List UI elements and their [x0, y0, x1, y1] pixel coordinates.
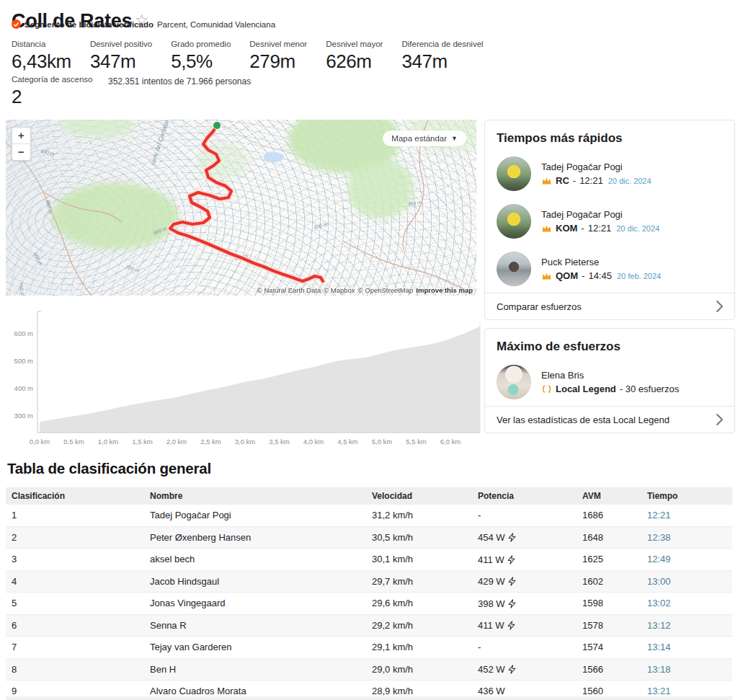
cell-athlete-name: Senna R — [144, 620, 366, 631]
elevation-profile-chart: 300 m400 m500 m600 m 0,0 km0,5 km1,0 km1… — [6, 309, 481, 450]
cell-power: 454 W — [472, 531, 577, 543]
stats-row: Distancia6,43km Desnivel positivo347m Gr… — [12, 40, 484, 73]
effort-date-link[interactable]: 20 dic. 2024 — [616, 224, 659, 233]
map-attribution: © Natural Earth Data © Mapbox © OpenStre… — [257, 286, 473, 294]
effort-time-link[interactable]: 12:49 — [647, 554, 671, 564]
effort-time-link[interactable]: 13:00 — [647, 576, 671, 587]
local-legend-entry[interactable]: Elena Bris Local Legend - 30 esfuerzos — [485, 358, 734, 406]
y-tick-labels: 300 m400 m500 m600 m — [14, 329, 33, 420]
effort-date-link[interactable]: 20 dic. 2024 — [608, 177, 652, 185]
effort-time-link[interactable]: 13:12 — [647, 620, 671, 631]
power-meter-bolt-icon — [508, 577, 516, 586]
cell-athlete-name: Peter Øxenberg Hansen — [144, 532, 366, 543]
cell-athlete-name: Jacob Hindsgaul — [144, 576, 366, 587]
avatar[interactable] — [497, 365, 531, 399]
table-row: 3aksel bech30,1 km/h411 W162512:49 — [6, 549, 732, 571]
avatar[interactable] — [497, 252, 531, 286]
avatar[interactable] — [497, 156, 531, 191]
cell-power: - — [472, 642, 577, 652]
cell-power: 411 W — [472, 554, 577, 565]
cell-time: 13:02 — [641, 598, 732, 608]
map-style-dropdown[interactable]: Mapa estándar ▼ — [383, 130, 466, 146]
zoom-in-button[interactable]: + — [12, 128, 30, 143]
effort-time-link[interactable]: 13:14 — [647, 642, 671, 652]
table-row: 4Jacob Hindsgaul29,7 km/h429 W160213:00 — [6, 571, 732, 593]
effort-date-link[interactable]: 20 feb. 2024 — [617, 272, 661, 280]
stat-climb-category: Categoría de ascenso 2 — [12, 75, 93, 108]
athlete-name: Tadej Pogačar Pogi — [541, 161, 652, 172]
chevron-right-icon — [716, 414, 723, 425]
route-start-dot — [213, 122, 221, 130]
attribution-osm-link[interactable]: © OpenStreetMap — [358, 286, 414, 294]
map-water — [264, 152, 284, 162]
local-legend-panel: Máximo de esfuerzos Elena Bris Local Leg… — [484, 328, 735, 433]
cell-avm: 1598 — [577, 598, 641, 608]
attribution-natural-earth: © Natural Earth Data — [257, 286, 321, 294]
cell-speed: 29,1 km/h — [366, 642, 472, 652]
table-row: 6Senna R29,2 km/h411 W157813:12 — [6, 615, 732, 637]
x-tick-label: 5,0 km — [372, 438, 393, 446]
local-legend-stats-link[interactable]: Ver las estadísticas de esta Local Legen… — [485, 406, 734, 433]
avatar[interactable] — [497, 204, 531, 239]
attribution-mapbox-link[interactable]: © Mapbox — [324, 286, 355, 294]
cell-athlete-name: Ben H — [144, 664, 366, 675]
cell-rank: 5 — [6, 598, 144, 608]
cell-power: - — [472, 510, 577, 520]
cell-speed: 31,2 km/h — [366, 510, 472, 520]
cell-speed: 29,7 km/h — [366, 576, 472, 587]
fastest-entry-rc[interactable]: Tadej Pogačar Pogi RC - 12:21 20 dic. 20… — [485, 150, 734, 198]
effort-time-link[interactable]: 12:38 — [647, 532, 671, 543]
zoom-out-button[interactable]: − — [12, 144, 30, 160]
power-meter-bolt-icon — [507, 555, 515, 564]
cell-rank: 3 — [6, 554, 144, 564]
y-tick-label: 600 m — [14, 329, 33, 337]
cell-time: 13:00 — [641, 576, 732, 587]
segment-map[interactable]: camí del Cantalar400 m860 m960 m760 m760… — [6, 120, 476, 296]
stat-distance: Distancia6,43km — [12, 40, 71, 73]
cell-time: 12:49 — [641, 554, 732, 564]
fastest-entry-qom[interactable]: Puck Pieterse QOM - 14:45 20 feb. 2024 — [485, 245, 734, 293]
power-meter-bolt-icon — [508, 599, 516, 608]
compare-efforts-link[interactable]: Comparar esfuerzos — [485, 293, 734, 319]
effort-time: 12:21 — [579, 175, 603, 186]
y-tick-label: 300 m — [14, 412, 33, 420]
col-header-name: Nombre — [144, 491, 366, 501]
table-row: 1Tadej Pogačar Pogi31,2 km/h-168612:21 — [6, 505, 732, 527]
map-text-label: 400 m — [314, 221, 329, 230]
cell-time: 13:12 — [641, 620, 732, 631]
table-row: 7Tejay van Garderen29,1 km/h-157413:14 — [6, 637, 732, 659]
map-zoom-control: + − — [12, 127, 31, 161]
cell-power: 429 W — [472, 575, 577, 587]
power-meter-bolt-icon — [508, 665, 516, 674]
effort-time-link[interactable]: 12:21 — [647, 510, 671, 520]
x-tick-label: 1,5 km — [132, 438, 153, 446]
cell-athlete-name: Tejay van Garderen — [144, 642, 366, 652]
effort-time-link[interactable]: 13:18 — [647, 664, 671, 675]
x-tick-label: 0,0 km — [30, 438, 50, 446]
cell-time: 13:21 — [641, 686, 732, 696]
cell-avm: 1578 — [577, 620, 641, 631]
local-legend-title: Máximo de esfuerzos — [485, 329, 734, 358]
fastest-entry-kom[interactable]: Tadej Pogačar Pogi KOM - 12:21 20 dic. 2… — [485, 198, 734, 245]
effort-time-link[interactable]: 13:02 — [647, 598, 671, 608]
separator: - — [582, 270, 584, 281]
cell-avm: 1625 — [577, 554, 641, 564]
cell-rank: 9 — [6, 686, 144, 696]
x-tick-label: 3,0 km — [235, 438, 256, 446]
compare-efforts-label: Comparar esfuerzos — [497, 301, 582, 312]
cell-speed: 30,1 km/h — [366, 554, 472, 564]
cell-rank: 4 — [6, 576, 144, 587]
effort-time-link[interactable]: 13:21 — [647, 686, 671, 696]
stat-lowest-elev: Desnivel menor279m — [249, 40, 307, 73]
verified-label: Segmento de bicicleta verificado — [25, 20, 154, 29]
crown-icon — [541, 272, 552, 280]
cell-time: 12:21 — [641, 510, 732, 520]
cell-rank: 8 — [6, 664, 144, 675]
cell-rank: 7 — [6, 642, 144, 652]
table-row: 8Ben H29,0 km/h452 W156613:18 — [6, 659, 732, 681]
x-tick-label: 4,5 km — [337, 438, 358, 446]
cell-time: 13:18 — [641, 664, 732, 675]
cell-speed: 29,0 km/h — [366, 664, 472, 675]
improve-map-link[interactable]: Improve this map — [416, 286, 473, 294]
col-header-power: Potencia — [472, 491, 577, 501]
